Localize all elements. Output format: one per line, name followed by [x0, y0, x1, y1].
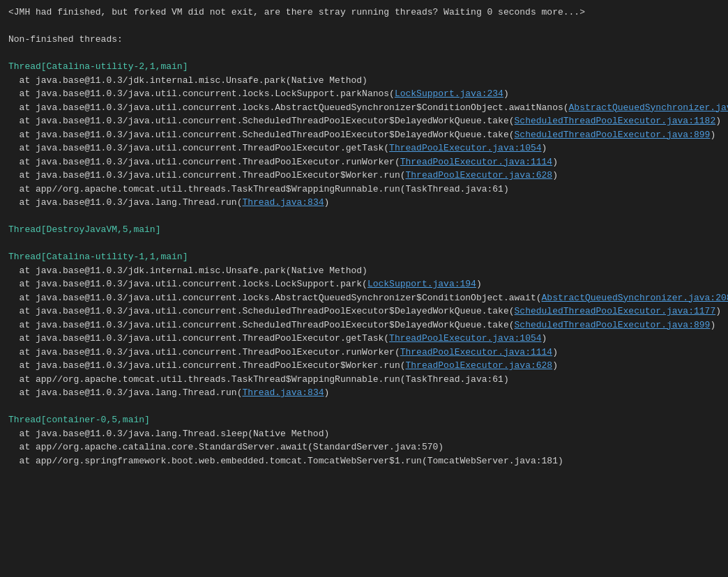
frame-suffix: ) [542, 143, 547, 153]
frame-link[interactable]: ScheduledThreadPoolExecutor.java:899 [515, 130, 711, 140]
thread-name: Thread[container-0,5,main] [8, 413, 720, 427]
stack-frame: at java.base@11.0.3/java.lang.Thread.run… [8, 196, 720, 210]
frame-suffix: ) [552, 157, 558, 167]
thread-name: Thread[DestroyJavaVM,5,main] [8, 223, 720, 237]
frame-link[interactable]: Thread.java:834 [242, 197, 324, 208]
frame-suffix: ) [324, 387, 330, 398]
frame-prefix: at java.base@11.0.3/java.util.concurrent… [8, 157, 400, 167]
frame-prefix: at java.base@11.0.3/java.lang.Thread.run… [8, 387, 242, 398]
console-output: <JMH had finished, but forked VM did not… [8, 6, 720, 60]
frame-suffix: ) [503, 89, 509, 99]
frame-link[interactable]: ScheduledThreadPoolExecutor.java:1182 [515, 116, 716, 126]
frame-link[interactable]: ScheduledThreadPoolExecutor.java:899 [515, 320, 711, 330]
frame-link[interactable]: ScheduledThreadPoolExecutor.java:1177 [515, 306, 716, 316]
threads-container: Thread[Catalina-utility-2,1,main] at jav… [8, 60, 720, 482]
non-finished-heading: Non-finished threads: [8, 33, 720, 47]
stack-frame: at java.base@11.0.3/java.util.concurrent… [8, 346, 720, 360]
frame-suffix: ) [715, 116, 721, 126]
frame-prefix: at java.base@11.0.3/java.util.concurrent… [8, 143, 389, 153]
frame-suffix: ) [710, 320, 715, 330]
stack-frame: at java.base@11.0.3/java.util.concurrent… [8, 305, 720, 318]
frame-link[interactable]: ThreadPoolExecutor.java:628 [406, 170, 553, 180]
frame-link[interactable]: AbstractQueuedSynchronizer.java:2081 [542, 293, 728, 303]
frame-prefix: at java.base@11.0.3/java.util.concurrent… [8, 130, 515, 140]
stack-frame: at java.base@11.0.3/jdk.internal.misc.Un… [8, 74, 720, 88]
stack-frame: at java.base@11.0.3/java.lang.Thread.sle… [8, 427, 720, 441]
frame-suffix: ) [542, 333, 547, 344]
stack-frame: at java.base@11.0.3/java.util.concurrent… [8, 87, 720, 101]
frame-link[interactable]: AbstractQueuedSynchronizer.java:2123 [569, 102, 728, 113]
stack-frame: at java.base@11.0.3/java.util.concurrent… [8, 141, 720, 155]
stack-frame: at java.base@11.0.3/jdk.internal.misc.Un… [8, 264, 720, 278]
frame-link[interactable]: LockSupport.java:194 [367, 279, 476, 289]
frame-link[interactable]: ThreadPoolExecutor.java:1054 [389, 333, 541, 344]
stack-frame: at app//org.apache.tomcat.util.threads.T… [8, 373, 720, 387]
stack-frame: at java.base@11.0.3/java.util.concurrent… [8, 332, 720, 346]
frame-prefix: at java.base@11.0.3/java.util.concurrent… [8, 293, 542, 303]
frame-link[interactable]: Thread.java:834 [242, 387, 324, 398]
frame-link[interactable]: ThreadPoolExecutor.java:1054 [389, 143, 541, 153]
stack-frame: at app//org.springframework.boot.web.emb… [8, 454, 720, 468]
frame-prefix: at java.base@11.0.3/java.util.concurrent… [8, 116, 515, 126]
stack-frame: at java.base@11.0.3/java.util.concurrent… [8, 318, 720, 332]
frame-suffix: ) [476, 279, 482, 289]
frame-link[interactable]: LockSupport.java:234 [395, 89, 503, 99]
stack-frame: at java.base@11.0.3/java.util.concurrent… [8, 114, 720, 128]
frame-link[interactable]: ThreadPoolExecutor.java:1114 [400, 347, 552, 357]
frame-suffix: ) [552, 360, 558, 371]
stack-frame: at java.base@11.0.3/java.util.concurrent… [8, 169, 720, 183]
frame-prefix: at java.base@11.0.3/java.util.concurrent… [8, 333, 389, 344]
stack-frame: at java.base@11.0.3/java.util.concurrent… [8, 155, 720, 169]
frame-prefix: at java.base@11.0.3/java.util.concurrent… [8, 320, 515, 330]
frame-suffix: ) [715, 306, 721, 316]
frame-prefix: at java.base@11.0.3/java.util.concurrent… [8, 306, 515, 316]
stack-frame: at java.base@11.0.3/java.util.concurrent… [8, 128, 720, 142]
stack-frame: at app//org.apache.tomcat.util.threads.T… [8, 183, 720, 197]
frame-suffix: ) [324, 197, 330, 208]
frame-prefix: at java.base@11.0.3/java.lang.Thread.run… [8, 197, 242, 208]
stack-frame: at java.base@11.0.3/java.util.concurrent… [8, 101, 720, 115]
frame-suffix: ) [552, 170, 558, 180]
thread-name: Thread[Catalina-utility-1,1,main] [8, 250, 720, 264]
frame-link[interactable]: ThreadPoolExecutor.java:1114 [400, 157, 552, 167]
frame-prefix: at java.base@11.0.3/java.util.concurrent… [8, 279, 367, 289]
header-line: <JMH had finished, but forked VM did not… [8, 6, 720, 20]
frame-suffix: ) [710, 130, 715, 140]
frame-prefix: at java.base@11.0.3/java.util.concurrent… [8, 347, 400, 357]
stack-frame: at java.base@11.0.3/java.util.concurrent… [8, 277, 720, 291]
thread-name: Thread[Catalina-utility-2,1,main] [8, 60, 720, 74]
frame-prefix: at java.base@11.0.3/java.util.concurrent… [8, 170, 406, 180]
frame-link[interactable]: ThreadPoolExecutor.java:628 [406, 360, 553, 371]
stack-frame: at java.base@11.0.3/java.util.concurrent… [8, 359, 720, 373]
stack-frame: at app//org.apache.catalina.core.Standar… [8, 440, 720, 454]
frame-prefix: at java.base@11.0.3/java.util.concurrent… [8, 102, 569, 113]
frame-suffix: ) [552, 347, 558, 357]
frame-prefix: at java.base@11.0.3/java.util.concurrent… [8, 360, 406, 371]
stack-frame: at java.base@11.0.3/java.lang.Thread.run… [8, 386, 720, 400]
frame-prefix: at java.base@11.0.3/java.util.concurrent… [8, 89, 395, 99]
stack-frame: at java.base@11.0.3/java.util.concurrent… [8, 291, 720, 305]
